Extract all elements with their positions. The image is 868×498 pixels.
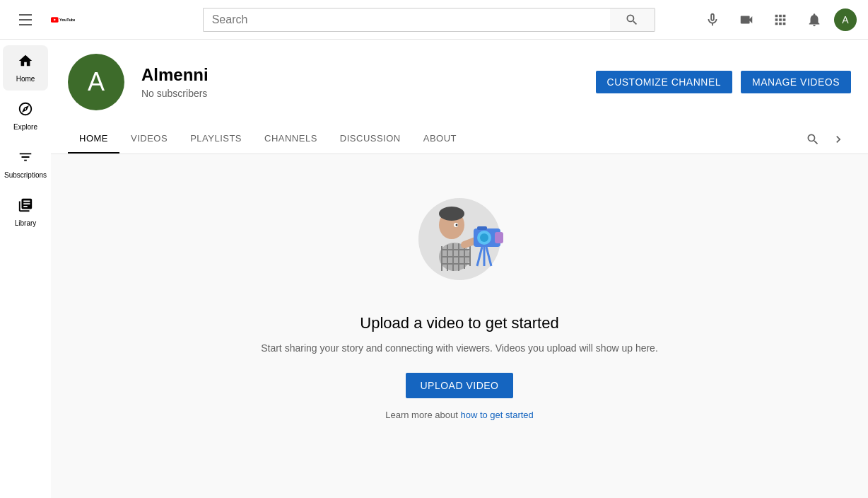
header: YouTube <box>0 0 868 40</box>
youtube-logo-svg: YouTube <box>51 11 75 28</box>
explore-icon <box>18 101 33 120</box>
empty-state-title: Upload a video to get started <box>360 314 558 332</box>
apps-grid-icon <box>773 12 788 28</box>
sidebar-subscriptions-label: Subscriptions <box>4 171 47 179</box>
home-icon <box>18 53 33 72</box>
mic-icon <box>705 12 720 28</box>
sidebar-home-label: Home <box>16 75 35 83</box>
customize-channel-button[interactable]: CUSTOMIZE CHANNEL <box>596 71 732 93</box>
sidebar-explore-label: Explore <box>13 123 37 131</box>
upload-video-button[interactable]: UPLOAD VIDEO <box>406 373 512 398</box>
svg-point-21 <box>480 233 488 242</box>
empty-illustration <box>406 183 512 314</box>
sidebar-item-subscriptions[interactable]: Subscriptions <box>3 141 48 187</box>
header-center <box>203 8 655 32</box>
svg-point-17 <box>455 224 457 226</box>
channel-header: A Almenni No subscribers CUSTOMIZE CHANN… <box>51 40 868 154</box>
channel-name: Almenni <box>141 65 579 85</box>
learn-more-text: Learn more about how to get started <box>385 410 534 420</box>
sidebar-item-explore[interactable]: Explore <box>3 93 48 139</box>
menu-button[interactable] <box>11 6 40 34</box>
main-content: A Almenni No subscribers CUSTOMIZE CHANN… <box>51 40 868 448</box>
search-input[interactable] <box>203 8 610 32</box>
channel-tabs: HOME VIDEOS PLAYLISTS CHANNELS DISCUSSIO… <box>68 124 851 154</box>
tab-discussion[interactable]: DISCUSSION <box>329 124 412 154</box>
sidebar: Home Explore Subscriptions Library <box>0 40 51 498</box>
header-left: YouTube <box>11 6 181 34</box>
tab-playlists[interactable]: PLAYLISTS <box>179 124 253 154</box>
channel-avatar: A <box>68 54 124 110</box>
tab-home[interactable]: HOME <box>68 124 119 154</box>
empty-state: Upload a video to get started Start shar… <box>261 183 658 420</box>
sidebar-item-home[interactable]: Home <box>3 45 48 91</box>
empty-state-subtitle: Start sharing your story and connecting … <box>261 341 658 356</box>
sidebar-item-library[interactable]: Library <box>3 190 48 235</box>
tabs-more-button[interactable] <box>826 127 851 152</box>
svg-point-15 <box>439 207 464 221</box>
channel-subscribers: No subscribers <box>141 88 579 99</box>
video-camera-icon <box>739 12 754 28</box>
create-button[interactable] <box>732 6 761 34</box>
bell-icon <box>807 12 822 28</box>
how-to-get-started-link[interactable]: how to get started <box>460 410 533 420</box>
search-icon <box>625 13 639 27</box>
notifications-button[interactable] <box>800 6 828 34</box>
search-form[interactable] <box>203 8 655 32</box>
tab-videos[interactable]: VIDEOS <box>119 124 179 154</box>
youtube-logo[interactable]: YouTube <box>51 11 75 28</box>
svg-text:YouTube: YouTube <box>59 17 75 21</box>
manage-videos-button[interactable]: MANAGE VIDEOS <box>741 71 851 93</box>
subscriptions-icon <box>18 149 33 168</box>
tab-search-button[interactable] <box>800 127 826 152</box>
sidebar-library-label: Library <box>15 219 37 227</box>
chevron-right-icon <box>831 132 845 146</box>
svg-rect-22 <box>495 232 503 243</box>
tab-channels[interactable]: CHANNELS <box>253 124 329 154</box>
tab-about[interactable]: ABOUT <box>412 124 468 154</box>
channel-body: Upload a video to get started Start shar… <box>51 154 868 448</box>
channel-actions: CUSTOMIZE CHANNEL MANAGE VIDEOS <box>596 71 851 93</box>
search-button[interactable] <box>610 8 655 32</box>
tab-search-icon <box>806 132 820 146</box>
library-icon <box>18 197 33 216</box>
channel-meta: Almenni No subscribers <box>141 65 579 99</box>
header-right: A <box>698 6 857 34</box>
user-avatar-button[interactable]: A <box>834 8 857 31</box>
svg-rect-23 <box>477 226 487 230</box>
apps-button[interactable] <box>766 6 794 34</box>
mic-button[interactable] <box>698 6 727 34</box>
channel-info: A Almenni No subscribers CUSTOMIZE CHANN… <box>68 54 851 110</box>
